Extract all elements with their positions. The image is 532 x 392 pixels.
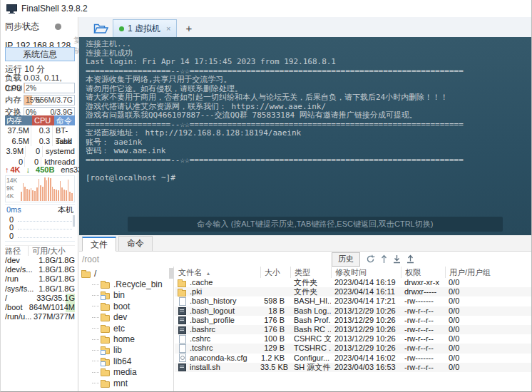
file-row[interactable]: install.sh 33.5 KB SH 源文件 2023/04/03 16:…: [175, 363, 531, 372]
disk-row[interactable]: /boot 864M/1014M: [5, 303, 75, 312]
terminal[interactable]: 连接主机...连接主机成功Last login: Fri Apr 14 17:1…: [79, 37, 531, 235]
file-row[interactable]: .cshrc 100 B CSHRC 文... 2013/12/29 10:26…: [175, 334, 531, 344]
symlink-mark-icon: [101, 295, 106, 300]
process-col-mem[interactable]: 内存: [5, 115, 32, 125]
file-row[interactable]: .tcshrc 129 B TCSHRC ... 2013/12/29 10:2…: [175, 344, 531, 353]
process-table: 内存 CPU 命令 37.5M 0.3 BT-Task 6.5M 0.3 ssh: [5, 115, 75, 167]
file-row[interactable]: .bash_profile 176 B Bash Prof... 2013/12…: [175, 316, 531, 325]
file-row[interactable]: .pki 文件夹 2023/04/14 16:11 drwxr----- 0/0: [175, 287, 531, 296]
ping-row: 0: [5, 215, 75, 224]
file-perm: drwxr-----: [401, 287, 445, 296]
file-row[interactable]: anaconda-ks.cfg 1.2 KB Configur... 2023/…: [175, 354, 531, 363]
disk-path: /sys/fs...: [5, 284, 34, 294]
tree-item-label: dev: [113, 312, 127, 322]
disk-row[interactable]: / 33G/35.1G: [5, 294, 75, 303]
process-row[interactable]: 6.5M 0.3 sshd: [5, 136, 75, 147]
session-tab[interactable]: 1 虚拟机 ×: [113, 19, 177, 37]
add-tab-button[interactable]: +: [185, 24, 192, 33]
path-input[interactable]: /root: [82, 254, 99, 264]
terminal-line: [86, 165, 525, 174]
network-bar: [46, 180, 48, 201]
command-input[interactable]: 命令输入 (按ALT键提示历史,TAB键路径,ESC键返回,双击CTRL切换): [128, 217, 503, 232]
folder-icon: [101, 324, 111, 333]
meter-detail: 556M/3.7G: [36, 96, 73, 105]
process-cmd: systemd: [43, 146, 75, 157]
folder-icon: [101, 368, 111, 376]
tab-command[interactable]: 命令: [118, 236, 153, 251]
tree-item[interactable]: mnt: [79, 378, 173, 388]
tree-item[interactable]: dev: [79, 312, 173, 323]
file-name: .bashrc: [190, 325, 215, 334]
tree-item[interactable]: /: [79, 268, 173, 279]
ping-scrollbar[interactable]: [73, 215, 75, 227]
file-size: 1.2 KB: [260, 354, 290, 363]
file-size: 100 B: [260, 334, 290, 344]
tree-item[interactable]: lib64: [79, 356, 173, 366]
network-bar: [56, 190, 57, 201]
disk-row[interactable]: /run 1.8G/1.8G: [5, 274, 75, 284]
download-icon[interactable]: [393, 254, 401, 264]
terminal-line: 本资源收集于网络,共享只用于交流学习。: [86, 76, 525, 85]
tree-item[interactable]: etc: [79, 323, 173, 334]
file-perm: -rw-------: [401, 296, 445, 306]
process-row[interactable]: 37.5M 0.3 BT-Task: [5, 125, 75, 136]
col-perm[interactable]: 权限: [401, 267, 445, 278]
tree-item-label: .Recycle_bin: [113, 279, 163, 289]
tree-item[interactable]: lib: [79, 345, 173, 356]
sidebar: 同步状态 IP 192.168.8.128 复制 系统信息 运行 10 分 负载…: [1, 17, 78, 391]
resource-meters: CPU 2% 内存 15% 556M/3.7G: [5, 83, 75, 119]
tree-item[interactable]: bin: [79, 290, 173, 301]
tree-item[interactable]: boot: [79, 301, 173, 311]
folder-icon: [101, 346, 111, 354]
tree-item[interactable]: .Recycle_bin: [79, 279, 173, 289]
col-owner[interactable]: 用户/用户组: [445, 267, 531, 278]
tree-item[interactable]: media: [79, 367, 173, 378]
file-mtime: 2013/12/29 10:26: [331, 316, 401, 325]
col-filename[interactable]: 文件名 ▴: [175, 267, 260, 278]
file-panel-tabs: 文件 命令: [79, 235, 531, 252]
disk-table-header[interactable]: 路径 可用/大小: [5, 245, 75, 256]
tab-files[interactable]: 文件: [82, 237, 116, 252]
file-type-icon: [178, 306, 187, 315]
col-type[interactable]: 类型: [290, 267, 331, 278]
file-table-header[interactable]: 文件名 ▴ 大小 类型 修改时间 权限 用户/用户组: [175, 267, 531, 278]
file-row[interactable]: .cache 文件夹 2023/04/14 16:19 drwxr-xr-x 0…: [175, 278, 531, 287]
tree-scrollbar[interactable]: [169, 268, 173, 279]
file-row[interactable]: .bash_history 598 B BASH_HI... 2023/04/1…: [175, 296, 531, 306]
sync-status-dot: [55, 24, 61, 30]
disk-row[interactable]: /dev 1.8G/1.8G: [5, 256, 75, 265]
network-bar: [40, 185, 41, 201]
terminal-line: 游戏代搭请认准艾尔资源网，联系我们： https://www.aae.ink/: [86, 103, 525, 112]
network-bar: [50, 178, 51, 201]
disk-path: /: [5, 294, 34, 303]
process-row[interactable]: 3.9M 0 systemd: [5, 146, 75, 157]
window-title: FinalShell 3.9.8.2: [21, 4, 88, 14]
close-tab-icon[interactable]: ×: [166, 24, 170, 33]
file-row[interactable]: .bashrc 176 B Bash RC ... 2013/12/29 10:…: [175, 325, 531, 334]
refresh-icon[interactable]: [366, 254, 375, 264]
tree-item[interactable]: home: [79, 334, 173, 344]
up-directory-icon[interactable]: [381, 254, 387, 264]
history-button[interactable]: 历史: [332, 252, 360, 267]
system-info-button[interactable]: 系统信息: [5, 47, 75, 61]
ping-target[interactable]: 本机: [58, 205, 73, 215]
file-row[interactable]: .bash_logout 18 B Bash Log... 2013/12/29…: [175, 306, 531, 316]
col-mtime[interactable]: 修改时间: [331, 267, 401, 278]
ping-latency: 0ms: [6, 205, 21, 215]
file-name: .bash_profile: [190, 316, 235, 325]
process-table-header[interactable]: 内存 CPU 命令: [5, 115, 75, 125]
tree-item-label: lib: [113, 345, 122, 355]
network-header: ↑ 4K ↓ 450B ens33 ▼: [5, 165, 75, 174]
tree-connector: [92, 339, 99, 340]
process-col-cpu[interactable]: CPU: [32, 115, 54, 125]
upload-icon[interactable]: [406, 254, 414, 264]
open-connections-button[interactable]: [93, 23, 108, 34]
disk-row[interactable]: /run/u... 377M/377M: [5, 312, 75, 321]
disk-row[interactable]: /sys/fs... 1.8G/1.8G: [5, 284, 75, 294]
folder-icon: [101, 379, 111, 388]
disk-row[interactable]: /dev/s... 1.8G/1.8G: [5, 265, 75, 274]
network-bar: [31, 188, 32, 201]
file-mtime: 2023/04/14 16:19: [331, 278, 401, 287]
col-size[interactable]: 大小: [260, 267, 290, 278]
process-col-cmd[interactable]: 命令: [54, 115, 75, 125]
